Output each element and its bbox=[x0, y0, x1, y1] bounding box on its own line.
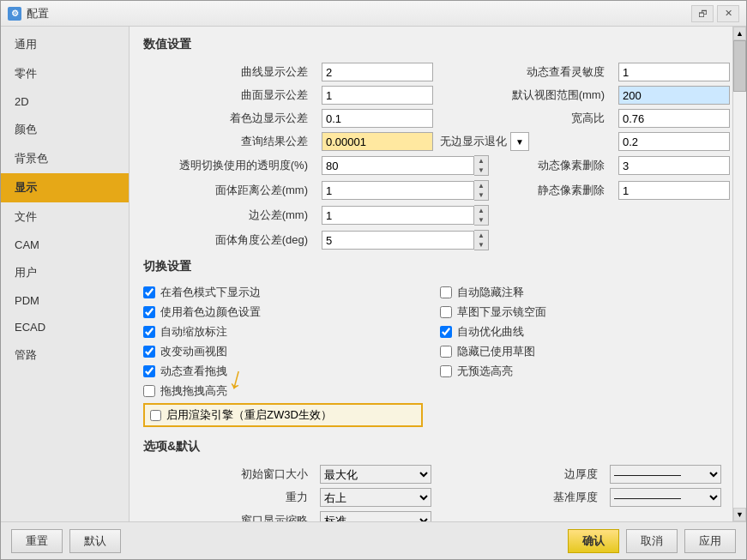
sidebar-item-lingjian[interactable]: 零件 bbox=[1, 59, 129, 88]
scroll-down-btn[interactable]: ▼ bbox=[733, 508, 746, 521]
select-zhongli[interactable]: 右上 bbox=[320, 488, 431, 507]
cb-xuanran-yinqing-input[interactable] bbox=[150, 410, 161, 421]
sidebar-item-guanlu[interactable]: 管路 bbox=[1, 340, 129, 370]
dropdown-wubian[interactable]: ▼ bbox=[510, 132, 529, 151]
cb-zidong-youhua-input[interactable] bbox=[440, 326, 452, 338]
cancel-button[interactable]: 取消 bbox=[626, 529, 678, 553]
content-with-scroll: 数值设置 曲线显示公差 动态查看灵敏度 曲面显示公差 默认视图范围(mm) bbox=[130, 27, 746, 521]
cb-yincang-caotu-label: 隐藏已使用草图 bbox=[457, 344, 535, 359]
spin-down-jiaodu[interactable]: ▼ bbox=[474, 240, 488, 250]
cb-gabian-donghua-input[interactable] bbox=[143, 346, 155, 358]
input-jingzhi-xiangsu[interactable] bbox=[618, 181, 730, 200]
label-mianti-juli: 面体距离公差(mm) bbox=[143, 183, 315, 198]
label-bian-houdu: 边厚度 bbox=[467, 467, 605, 482]
highlighted-row-container: ↓ 启用渲染引擎（重启ZW3D生效） bbox=[143, 403, 423, 427]
input-quxian-xianshi[interactable] bbox=[322, 63, 433, 81]
cb-caotu-jingmian: 草图下显示镜空面 bbox=[440, 304, 720, 320]
label-moren-shitu: 默认视图范围(mm) bbox=[440, 87, 611, 103]
footer-left: 重置 默认 bbox=[11, 529, 121, 553]
cb-zhuose-yanse-input[interactable] bbox=[143, 306, 155, 318]
scroll-area: 数值设置 曲线显示公差 动态查看灵敏度 曲面显示公差 默认视图范围(mm) bbox=[130, 27, 732, 521]
default-button[interactable]: 默认 bbox=[69, 529, 121, 553]
sidebar-item-2d[interactable]: 2D bbox=[1, 88, 129, 115]
cb-yincang-caotu-input[interactable] bbox=[440, 346, 452, 358]
input-dongtai-linmingdu[interactable] bbox=[618, 63, 730, 81]
cb-wuyuxuan-gaoliang-label: 无预选高亮 bbox=[457, 364, 513, 379]
cb-tuozhuai-gaoliang-input[interactable] bbox=[143, 385, 155, 397]
cb-dongtai-tuozhuai-input[interactable] bbox=[143, 365, 155, 377]
sidebar-item-ecad[interactable]: ECAD bbox=[1, 314, 129, 340]
spin-up-touming[interactable]: ▲ bbox=[474, 156, 488, 166]
label-touming: 透明切换使用的透明度(%) bbox=[143, 158, 315, 173]
select-jizun-houdu[interactable]: —————— bbox=[610, 488, 721, 507]
confirm-button[interactable]: 确认 bbox=[568, 529, 619, 553]
label-chuangkou-xianshi: 窗口显示缩略 bbox=[143, 513, 315, 521]
sidebar-item-yonghu[interactable]: 用户 bbox=[1, 258, 129, 287]
switch-section-title: 切换设置 bbox=[143, 259, 719, 276]
label-mianti-jiaodu: 面体角度公差(deg) bbox=[143, 232, 315, 248]
spin-up-bian[interactable]: ▲ bbox=[474, 206, 488, 215]
scroll-track[interactable] bbox=[733, 40, 746, 508]
sidebar-item-pdm[interactable]: PDM bbox=[1, 287, 129, 314]
sidebar-item-beijingse[interactable]: 背景色 bbox=[1, 144, 129, 173]
input-zhuose-bian[interactable] bbox=[322, 109, 433, 128]
spin-touming: ▲ ▼ bbox=[474, 155, 489, 176]
sidebar-item-wenjian[interactable]: 文件 bbox=[1, 202, 129, 232]
input-kuanggaobi[interactable] bbox=[618, 109, 730, 128]
scroll-thumb[interactable] bbox=[733, 40, 746, 92]
apply-button[interactable]: 应用 bbox=[684, 529, 736, 553]
sidebar-item-xianshi[interactable]: 显示 bbox=[1, 173, 129, 202]
label-zhuose-bian: 着色边显示公差 bbox=[143, 111, 315, 126]
cb-zidong-youhua-label: 自动优化曲线 bbox=[457, 324, 524, 340]
cb-zhuose-bian-input[interactable] bbox=[143, 286, 155, 298]
label-dongtai-linmingdu: 动态查看灵敏度 bbox=[440, 64, 611, 80]
select-chuishi-wrap: 最大化 bbox=[320, 465, 431, 484]
sidebar-item-tongyong[interactable]: 通用 bbox=[1, 30, 129, 59]
spin-up-mianti[interactable]: ▲ bbox=[474, 181, 488, 190]
reset-button[interactable]: 重置 bbox=[11, 529, 63, 553]
cb-tuozhuai-gaoliang-label: 拖拽拖拽高亮 bbox=[160, 383, 227, 399]
input-dongtai-xiangsu[interactable] bbox=[618, 156, 730, 175]
input-touming-wrap: ▲ ▼ bbox=[322, 155, 433, 176]
select-chuishi[interactable]: 最大化 bbox=[320, 465, 431, 484]
checkboxes-left: 在着色模式下显示边 使用着色边颜色设置 自动缩放标注 改变动画视图 bbox=[143, 285, 423, 427]
input-chaxun-jieguo[interactable] bbox=[322, 132, 433, 151]
input-touming[interactable] bbox=[322, 156, 474, 175]
spin-down-touming[interactable]: ▼ bbox=[474, 166, 488, 175]
label-zhongli: 重力 bbox=[143, 490, 315, 505]
select-bian-houdu-wrap: —————— bbox=[610, 465, 721, 484]
input-mianti-juli[interactable] bbox=[322, 181, 474, 200]
main-content: 通用 零件 2D 颜色 背景色 显示 文件 CAM 用户 PDM ECAD 管路… bbox=[1, 27, 746, 521]
sidebar-item-cam[interactable]: CAM bbox=[1, 232, 129, 258]
cb-wuyuxuan-gaoliang-input[interactable] bbox=[440, 365, 452, 377]
input-wubian-val[interactable] bbox=[618, 132, 730, 151]
main-window: ⚙ 配置 🗗 ✕ 通用 零件 2D 颜色 背景色 显示 文件 CAM 用户 PD… bbox=[0, 0, 747, 560]
cb-dongtai-tuozhuai-label: 动态查看拖拽 bbox=[160, 364, 227, 379]
cb-zidong-yincang-input[interactable] bbox=[440, 286, 452, 298]
sidebar-item-yanse[interactable]: 颜色 bbox=[1, 115, 129, 144]
title-controls: 🗗 ✕ bbox=[691, 5, 739, 22]
input-mianti-jiaodu[interactable] bbox=[322, 231, 474, 250]
select-bian-houdu[interactable]: —————— bbox=[610, 465, 721, 484]
spin-bian: ▲ ▼ bbox=[474, 205, 489, 226]
cb-zidong-suofang-input[interactable] bbox=[143, 326, 155, 338]
select-xianshi-wrap: 标准 bbox=[320, 511, 431, 521]
scrollbar[interactable]: ▲ ▼ bbox=[732, 27, 746, 521]
input-moren-shitu[interactable] bbox=[618, 86, 730, 105]
close-button[interactable]: ✕ bbox=[717, 5, 739, 22]
minimize-button[interactable]: 🗗 bbox=[691, 5, 714, 22]
label-chuishi-chuangkou: 初始窗口大小 bbox=[143, 467, 315, 482]
cb-caotu-jingmian-input[interactable] bbox=[440, 306, 452, 318]
spin-down-bian[interactable]: ▼ bbox=[474, 215, 488, 225]
scroll-up-btn[interactable]: ▲ bbox=[733, 27, 746, 40]
sidebar: 通用 零件 2D 颜色 背景色 显示 文件 CAM 用户 PDM ECAD 管路 bbox=[1, 27, 130, 521]
spin-up-jiaodu[interactable]: ▲ bbox=[474, 231, 488, 240]
checkboxes-right: 自动隐藏注释 草图下显示镜空面 自动优化曲线 隐藏已使用草图 bbox=[440, 285, 720, 427]
input-qumian-xianshi[interactable] bbox=[322, 86, 433, 105]
cb-zhuose-yanse-label: 使用着色边颜色设置 bbox=[160, 304, 261, 320]
select-xianshi[interactable]: 标准 bbox=[320, 511, 431, 521]
input-bian-gongcha[interactable] bbox=[322, 206, 474, 225]
input-mianti-wrap: ▲ ▼ bbox=[322, 180, 433, 201]
spin-down-mianti[interactable]: ▼ bbox=[474, 190, 488, 200]
cb-zhuose-bian: 在着色模式下显示边 bbox=[143, 285, 423, 300]
